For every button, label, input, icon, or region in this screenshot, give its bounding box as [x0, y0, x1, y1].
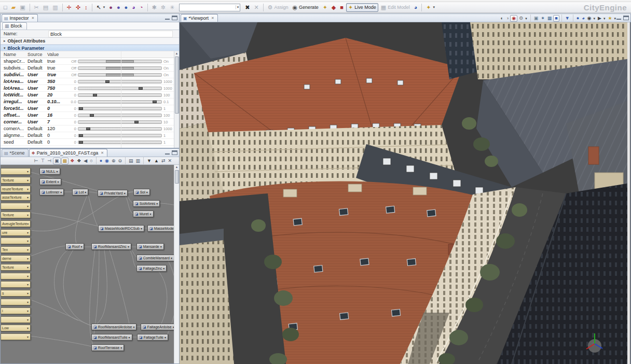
chevron-down-icon[interactable]: ▾	[156, 202, 158, 205]
rule-node[interactable]: ◪Lot▾	[72, 189, 88, 195]
rule-node[interactable]: ◪RoofMansardTuile▾	[91, 334, 132, 341]
slider-track[interactable]	[78, 127, 162, 131]
select-tool-icon[interactable]: ↖▾	[95, 3, 107, 12]
select-same-icon[interactable]: ✲	[159, 3, 167, 12]
tab-block-shape[interactable]: ▦ Block	[2, 22, 27, 30]
slider-thumb[interactable]	[106, 74, 134, 76]
crop-image-icon[interactable]: ✖	[243, 3, 251, 12]
chevron-down-icon[interactable]: ▾	[27, 274, 29, 278]
attribute-node[interactable]: ▾	[1, 333, 31, 340]
parameter-row[interactable]: shapeCr...DefaulttrueOffOn	[1, 58, 179, 65]
chevron-down-icon[interactable]: ▾	[27, 170, 29, 173]
attribute-node[interactable]: AveugleTexture▾	[1, 220, 31, 227]
attribute-node[interactable]: Texture▾	[1, 264, 31, 271]
chevron-down-icon[interactable]: ▾	[27, 187, 29, 191]
attribute-node[interactable]: ▾	[1, 203, 31, 209]
shaded-view-icon[interactable]: ■	[553, 15, 559, 22]
chevron-down-icon[interactable]: ▾	[57, 180, 59, 184]
rule-node[interactable]: ◪PrivateYard▾	[98, 190, 128, 197]
layout-tree-down-icon[interactable]: ⊤	[39, 158, 46, 164]
open-folder-icon[interactable]: ▰	[10, 3, 17, 12]
attribute-node[interactable]: Texture▾	[1, 212, 31, 218]
name-input[interactable]: Block	[48, 31, 173, 37]
inspector-scrollbar[interactable]: ▲	[174, 51, 179, 148]
panel-split-icon[interactable]: ▥	[135, 158, 142, 164]
parameter-row[interactable]: lotArea...User35001000	[1, 78, 179, 85]
attribute-node[interactable]: derne▾	[1, 255, 31, 262]
rule-node[interactable]: ◪Sol▾	[133, 189, 150, 195]
wand-icon[interactable]: ✦	[321, 3, 329, 12]
maximize-button[interactable]	[623, 16, 629, 20]
camera-icon[interactable]: ◉▾	[586, 15, 596, 22]
chevron-down-icon[interactable]: ▾	[124, 191, 126, 195]
attribute-node[interactable]: i▾	[1, 307, 31, 314]
viewport-3d-scene[interactable]	[180, 22, 630, 364]
terrain-align-icon[interactable]: ✕	[252, 3, 260, 12]
attribute-node[interactable]: Low▾	[1, 325, 31, 331]
chevron-down-icon[interactable]: ▾	[171, 256, 172, 260]
minimize-button[interactable]	[164, 16, 170, 20]
chevron-down-icon[interactable]: ▾	[27, 231, 29, 234]
edge-routing-icon[interactable]: ✕	[167, 158, 173, 164]
rule-node[interactable]: ◪Roof▾	[65, 243, 84, 250]
parameter-row[interactable]: alignme...Default001	[1, 132, 179, 139]
attribute-node[interactable]: ▾	[1, 281, 31, 288]
scroll-thumb[interactable]	[175, 57, 179, 114]
chevron-down-icon[interactable]: ▾	[525, 17, 527, 21]
section-object-attributes[interactable]: ▸ Object Attributes	[1, 38, 179, 45]
attribute-node[interactable]: reuzeTexture▾	[1, 186, 31, 192]
slider-thumb[interactable]	[93, 94, 97, 96]
frame-all-icon[interactable]: ◕	[581, 15, 585, 22]
parameter-row[interactable]: corner...User7010	[1, 119, 179, 125]
copy-icon[interactable]: ▤	[42, 3, 50, 12]
chevron-down-icon[interactable]: ▾	[27, 326, 29, 330]
slider-thumb[interactable]	[86, 128, 90, 130]
stop-icon[interactable]: ■	[338, 3, 345, 12]
slider-track[interactable]	[78, 93, 162, 97]
orbit-tool-icon[interactable]: ●	[107, 3, 114, 12]
snap-wand-icon[interactable]: ✦▾	[424, 3, 436, 12]
chevron-down-icon[interactable]: ▾	[120, 346, 122, 349]
parameter-row[interactable]: lotArea...User75001000	[1, 85, 179, 92]
attribute-node[interactable]: ▾	[1, 237, 31, 244]
pan-tool-icon[interactable]: ●	[115, 3, 122, 12]
assign-icon[interactable]: ⚙Assign	[266, 3, 290, 12]
chevron-down-icon[interactable]: ▾	[103, 5, 105, 9]
rule-graph-canvas[interactable]: ▾Texture▾reuzeTexture▾asseTexture▾▾Textu…	[1, 165, 179, 363]
grid-icon[interactable]: ▦	[546, 15, 553, 22]
rule-node[interactable]: ◪Muret▾	[133, 211, 154, 217]
zoom-in-icon[interactable]: ⊕	[111, 158, 117, 164]
rule-node[interactable]: ◪SolArbres▾	[133, 200, 160, 207]
rule-node[interactable]: ◪LotInner▾	[39, 189, 64, 195]
attribute-node[interactable]: ure▾	[1, 229, 31, 236]
save-icon[interactable]: ▣	[18, 3, 26, 12]
rule-node[interactable]: ◪FaitageZinc▾	[136, 265, 167, 272]
dolly-tool-icon[interactable]: ●	[123, 3, 130, 12]
chevron-down-icon[interactable]: ▾	[60, 190, 62, 194]
slider-track[interactable]	[78, 80, 162, 83]
parameter-row[interactable]: subdivi...UsertrueOffOn	[1, 72, 179, 78]
slider-track[interactable]	[78, 141, 162, 144]
chevron-down-icon[interactable]: ▾	[146, 190, 148, 194]
deselect-icon[interactable]: ✳	[168, 3, 176, 12]
parameter-row[interactable]: cornerA...Default12001000	[1, 125, 179, 132]
chevron-down-icon[interactable]: ▾	[129, 335, 130, 339]
chevron-down-icon[interactable]: ▾	[27, 300, 29, 304]
share-rule-icon[interactable]: ◉	[104, 158, 110, 164]
scroll-thumb[interactable]	[175, 170, 179, 184]
attribute-node[interactable]: s▾	[1, 290, 31, 297]
slider-thumb[interactable]	[79, 141, 83, 144]
chevron-down-icon[interactable]: ▾	[27, 239, 29, 243]
chevron-down-icon[interactable]: ▾	[27, 195, 29, 199]
slider-thumb[interactable]	[90, 114, 94, 117]
slider-thumb[interactable]	[106, 60, 134, 63]
slider-thumb[interactable]	[139, 87, 143, 90]
search-graph-icon[interactable]: ○	[89, 158, 93, 164]
chevron-down-icon[interactable]: ▾	[27, 283, 29, 286]
slider-track[interactable]	[78, 107, 162, 110]
new-file-icon[interactable]: □	[2, 3, 9, 12]
rule-node[interactable]: ◪RoofTerrasse▾	[91, 344, 124, 351]
minimize-button[interactable]	[164, 150, 170, 155]
highlight-layout-icon[interactable]: ▩	[61, 158, 69, 164]
attribute-node[interactable]: ▾	[1, 168, 31, 175]
